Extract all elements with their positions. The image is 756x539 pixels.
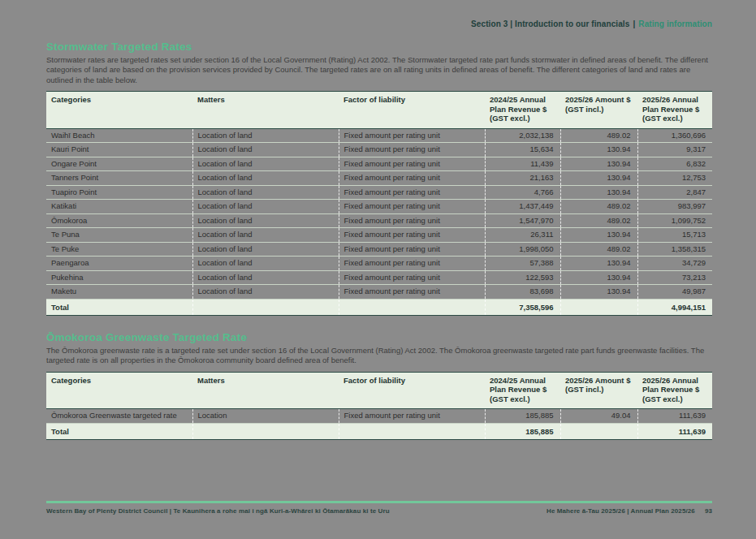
column-header: Matters [192, 92, 339, 129]
category-cell: Te Puna [46, 228, 192, 243]
category-cell: Te Puke [46, 242, 192, 257]
table-cell: Fixed amount per rating unit [339, 285, 485, 300]
table-cell: Fixed amount per rating unit [339, 409, 485, 424]
total-amount [560, 423, 637, 439]
column-header: Categories [46, 92, 192, 129]
table-cell: Location of land [192, 242, 339, 257]
greenwaste-heading: Ōmokoroa Greenwaste Targeted Rate [46, 331, 712, 343]
category-cell: Paengaroa [46, 257, 192, 271]
table-cell: 130.94 [560, 285, 637, 300]
category-cell: Pukehina [46, 270, 192, 285]
breadcrumb-path: Section 3 | Introduction to our financia… [471, 19, 629, 28]
greenwaste-table-header: CategoriesMattersFactor of liability2024… [46, 372, 712, 409]
category-cell: Kauri Point [46, 143, 192, 157]
total-label: Total [46, 299, 192, 315]
table-cell: Fixed amount per rating unit [339, 228, 485, 243]
stormwater-heading: Stormwater Targeted Rates [46, 41, 712, 53]
total-revenue-2025-26: 4,994,151 [637, 299, 712, 315]
table-cell: 130.94 [560, 270, 637, 285]
total-label: Total [46, 423, 192, 439]
table-cell: 1,437,449 [485, 200, 560, 214]
table-cell: Fixed amount per rating unit [339, 157, 485, 171]
table-row: Waihī BeachLocation of landFixed amount … [46, 128, 712, 143]
table-cell: Fixed amount per rating unit [339, 242, 485, 257]
table-cell: Location of land [192, 228, 339, 243]
column-header: 2025/26 Amount $ (GST incl.) [560, 372, 637, 409]
table-cell: 49.04 [560, 409, 637, 424]
table-cell: Fixed amount per rating unit [339, 200, 485, 214]
table-cell: 6,832 [637, 157, 712, 171]
footer-accent-rule [46, 501, 712, 503]
stormwater-table-header: CategoriesMattersFactor of liability2024… [46, 92, 712, 129]
category-cell: Ōmokoroa [46, 213, 192, 228]
table-cell: 49,987 [637, 285, 712, 300]
table-row: Ōmokoroa Greenwaste targeted rateLocatio… [46, 409, 712, 424]
column-header: 2024/25 Annual Plan Revenue $ (GST excl.… [485, 372, 560, 409]
table-cell: 1,360,696 [637, 128, 712, 143]
table-row: KatikatiLocation of landFixed amount per… [46, 200, 712, 214]
column-header: 2025/26 Annual Plan Revenue $ (GST excl.… [637, 92, 712, 129]
table-cell: Location of land [192, 157, 339, 171]
table-cell: Location of land [192, 185, 339, 200]
table-cell: Fixed amount per rating unit [339, 185, 485, 200]
table-row: Kauri PointLocation of landFixed amount … [46, 143, 712, 157]
greenwaste-paragraph: The Ōmokoroa greenwaste rate is a target… [46, 346, 712, 366]
footer-right-text: He Mahere ā-Tau 2025/26 | Annual Plan 20… [546, 507, 695, 515]
stormwater-paragraph: Stormwater rates are targeted rates set … [46, 55, 712, 85]
header-row: CategoriesMattersFactor of liability2024… [46, 92, 712, 129]
table-cell: 1,547,970 [485, 213, 560, 228]
table-row: MaketuLocation of landFixed amount per r… [46, 285, 712, 300]
table-cell: 489.02 [560, 128, 637, 143]
table-cell: 1,998,050 [485, 242, 560, 257]
total-revenue-2024-25: 7,358,596 [485, 299, 560, 315]
total-amount [560, 299, 637, 315]
column-header: 2025/26 Annual Plan Revenue $ (GST excl.… [637, 372, 712, 409]
stormwater-table-body: Waihī BeachLocation of landFixed amount … [46, 128, 712, 299]
stormwater-table-total: Total7,358,5964,994,151 [46, 299, 712, 315]
category-cell: Tanners Point [46, 171, 192, 186]
table-cell: Fixed amount per rating unit [339, 257, 485, 271]
table-cell: 983,997 [637, 200, 712, 214]
table-cell: 83,698 [485, 285, 560, 300]
table-cell: Location of land [192, 285, 339, 300]
total-revenue-2025-26: 111,639 [637, 423, 712, 439]
column-header: 2024/25 Annual Plan Revenue $ (GST excl.… [485, 92, 560, 129]
table-cell: Location of land [192, 270, 339, 285]
column-header: Categories [46, 372, 192, 409]
breadcrumb-current: Rating information [638, 19, 712, 28]
greenwaste-table-total: Total185,885111,639 [46, 423, 712, 439]
breadcrumb-divider: | [633, 19, 635, 28]
stormwater-table: CategoriesMattersFactor of liability2024… [46, 91, 712, 316]
table-cell: 130.94 [560, 143, 637, 157]
greenwaste-table: CategoriesMattersFactor of liability2024… [46, 372, 712, 440]
table-cell: Fixed amount per rating unit [339, 270, 485, 285]
table-cell: Location of land [192, 257, 339, 271]
table-row: Ongare PointLocation of landFixed amount… [46, 157, 712, 171]
table-cell: 122,593 [485, 270, 560, 285]
table-row: Tuapiro PointLocation of landFixed amoun… [46, 185, 712, 200]
table-cell: 12,753 [637, 171, 712, 186]
total-row: Total7,358,5964,994,151 [46, 299, 712, 315]
category-cell: Katikati [46, 200, 192, 214]
table-cell: 2,847 [637, 185, 712, 200]
column-header: Factor of liability [339, 92, 485, 129]
table-cell: 130.94 [560, 228, 637, 243]
column-header: Matters [192, 372, 339, 409]
table-cell: 1,099,752 [637, 213, 712, 228]
footer-left-text: Western Bay of Plenty District Council |… [46, 507, 390, 515]
category-cell: Ōmokoroa Greenwaste targeted rate [46, 409, 192, 424]
total-row: Total185,885111,639 [46, 423, 712, 439]
table-cell: 489.02 [560, 213, 637, 228]
table-row: Te PunaLocation of landFixed amount per … [46, 228, 712, 243]
table-cell: Location [192, 409, 339, 424]
table-cell: 21,163 [485, 171, 560, 186]
total-revenue-2024-25: 185,885 [485, 423, 560, 439]
table-row: PukehinaLocation of landFixed amount per… [46, 270, 712, 285]
table-cell: 4,766 [485, 185, 560, 200]
table-cell: 130.94 [560, 257, 637, 271]
table-cell: 15,634 [485, 143, 560, 157]
table-cell: Fixed amount per rating unit [339, 171, 485, 186]
table-cell: Location of land [192, 128, 339, 143]
total-spacer [339, 299, 485, 315]
table-cell: 15,713 [637, 228, 712, 243]
